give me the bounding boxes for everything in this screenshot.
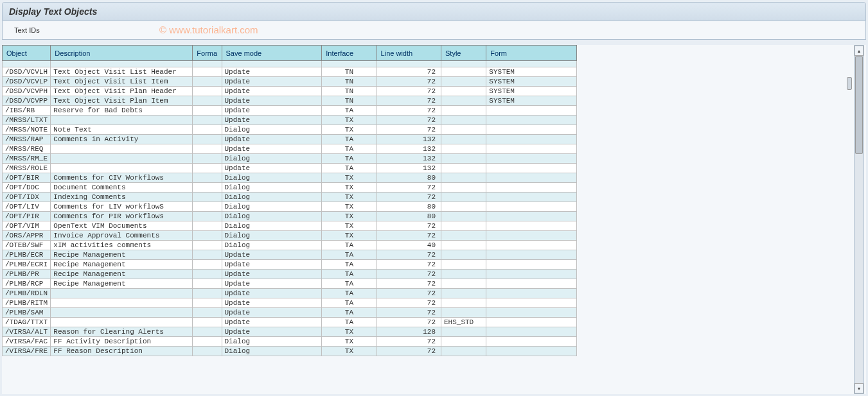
cell-format[interactable]: [193, 298, 222, 308]
cell-object[interactable]: /OPT/DOC: [3, 183, 51, 193]
cell-interface[interactable]: TA: [322, 308, 376, 318]
cell-description[interactable]: [51, 116, 193, 125]
cell-savemode[interactable]: Dialog: [222, 231, 322, 241]
cell-format[interactable]: [193, 173, 222, 183]
cell-linewidth[interactable]: 132: [376, 135, 441, 144]
cell-description[interactable]: [51, 298, 193, 308]
cell-linewidth[interactable]: 80: [376, 202, 441, 212]
cell-interface[interactable]: TN: [322, 67, 376, 77]
cell-object[interactable]: /MRSS/RAP: [3, 135, 51, 144]
cell-savemode[interactable]: Dialog: [222, 221, 322, 231]
cell-style[interactable]: [441, 87, 486, 96]
cell-form[interactable]: [486, 298, 577, 308]
cell-description[interactable]: OpenText VIM Documents: [51, 221, 193, 231]
cell-description[interactable]: Comments in Activity: [51, 135, 193, 144]
cell-form[interactable]: [486, 164, 577, 173]
cell-savemode[interactable]: Update: [222, 67, 322, 77]
cell-form[interactable]: [486, 106, 577, 116]
cell-form[interactable]: [486, 212, 577, 221]
table-row[interactable]: /PLMB/PRRecipe ManagementUpdateTA72: [3, 270, 577, 279]
table-row[interactable]: /DSD/VCVPHText Object Visit Plan HeaderU…: [3, 87, 577, 96]
cell-form[interactable]: [486, 241, 577, 250]
cell-interface[interactable]: TX: [322, 116, 376, 125]
cell-linewidth[interactable]: 72: [376, 250, 441, 260]
cell-format[interactable]: [193, 154, 222, 164]
cell-linewidth[interactable]: 72: [376, 221, 441, 231]
cell-form[interactable]: [486, 250, 577, 260]
table-row[interactable]: /OPT/PIRComments for PIR workflowsDialog…: [3, 212, 577, 221]
cell-style[interactable]: [441, 327, 486, 337]
cell-style[interactable]: [441, 144, 486, 154]
cell-format[interactable]: [193, 202, 222, 212]
cell-interface[interactable]: TA: [322, 144, 376, 154]
cell-description[interactable]: FF Reason Description: [51, 347, 193, 356]
cell-format[interactable]: [193, 231, 222, 241]
cell-linewidth[interactable]: 72: [376, 183, 441, 193]
side-handle[interactable]: [847, 77, 852, 90]
cell-linewidth[interactable]: 72: [376, 67, 441, 77]
table-row[interactable]: /MRSS/RM_EDialogTA132: [3, 154, 577, 164]
cell-form[interactable]: [486, 347, 577, 356]
cell-description[interactable]: [51, 164, 193, 173]
cell-savemode[interactable]: Dialog: [222, 183, 322, 193]
cell-format[interactable]: [193, 193, 222, 202]
table-row[interactable]: /MRSS/RAPComments in ActivityUpdateTA132: [3, 135, 577, 144]
cell-object[interactable]: /MRSS/RM_E: [3, 154, 51, 164]
col-header-interface[interactable]: Interface: [322, 46, 376, 61]
cell-savemode[interactable]: Update: [222, 77, 322, 87]
cell-linewidth[interactable]: 72: [376, 308, 441, 318]
cell-object[interactable]: /MRSS/LTXT: [3, 116, 51, 125]
table-row[interactable]: /MRSS/LTXTUpdateTX72: [3, 116, 577, 125]
cell-linewidth[interactable]: 128: [376, 327, 441, 337]
cell-style[interactable]: [441, 260, 486, 270]
cell-savemode[interactable]: Update: [222, 96, 322, 106]
cell-object[interactable]: /TDAG/TTXT: [3, 318, 51, 327]
cell-form[interactable]: [486, 193, 577, 202]
cell-style[interactable]: [441, 67, 486, 77]
cell-interface[interactable]: TA: [322, 241, 376, 250]
cell-savemode[interactable]: Update: [222, 318, 322, 327]
cell-format[interactable]: [193, 221, 222, 231]
table-row[interactable]: /MRSS/NOTENote TextDialogTX72: [3, 125, 577, 135]
cell-style[interactable]: [441, 308, 486, 318]
col-header-savemode[interactable]: Save mode: [222, 46, 322, 61]
cell-style[interactable]: [441, 173, 486, 183]
cell-object[interactable]: /PLMB/PR: [3, 270, 51, 279]
cell-format[interactable]: [193, 308, 222, 318]
cell-description[interactable]: Text Object Visit Plan Header: [51, 87, 193, 96]
table-row[interactable]: /DSD/VCVLHText Object Visit List HeaderU…: [3, 67, 577, 77]
cell-form[interactable]: SYSTEM: [486, 77, 577, 87]
cell-form[interactable]: [486, 154, 577, 164]
cell-format[interactable]: [193, 96, 222, 106]
cell-linewidth[interactable]: 72: [376, 77, 441, 87]
cell-savemode[interactable]: Update: [222, 144, 322, 154]
cell-form[interactable]: [486, 125, 577, 135]
table-row[interactable]: /MRSS/ROLEUpdateTA132: [3, 164, 577, 173]
cell-format[interactable]: [193, 106, 222, 116]
cell-interface[interactable]: TA: [322, 270, 376, 279]
cell-format[interactable]: [193, 164, 222, 173]
cell-form[interactable]: [486, 318, 577, 327]
cell-savemode[interactable]: Update: [222, 164, 322, 173]
cell-interface[interactable]: TA: [322, 260, 376, 270]
table-row[interactable]: /VIRSA/ALTReason for Clearing AlertsUpda…: [3, 327, 577, 337]
cell-interface[interactable]: TA: [322, 154, 376, 164]
cell-form[interactable]: SYSTEM: [486, 96, 577, 106]
cell-linewidth[interactable]: 80: [376, 212, 441, 221]
cell-interface[interactable]: TX: [322, 221, 376, 231]
cell-style[interactable]: [441, 164, 486, 173]
cell-savemode[interactable]: Update: [222, 298, 322, 308]
cell-savemode[interactable]: Update: [222, 289, 322, 298]
cell-style[interactable]: [441, 221, 486, 231]
cell-savemode[interactable]: Update: [222, 327, 322, 337]
cell-description[interactable]: Comments for CIV Workflows: [51, 173, 193, 183]
cell-object[interactable]: /OPT/PIR: [3, 212, 51, 221]
cell-object[interactable]: /OTEB/SWF: [3, 241, 51, 250]
text-ids-button[interactable]: Text IDs: [9, 25, 45, 35]
table-row[interactable]: /OPT/IDXIndexing CommentsDialogTX72: [3, 193, 577, 202]
cell-interface[interactable]: TA: [322, 106, 376, 116]
cell-object[interactable]: /OPT/IDX: [3, 193, 51, 202]
col-header-form[interactable]: Form: [486, 46, 577, 61]
cell-interface[interactable]: TX: [322, 202, 376, 212]
cell-style[interactable]: [441, 347, 486, 356]
